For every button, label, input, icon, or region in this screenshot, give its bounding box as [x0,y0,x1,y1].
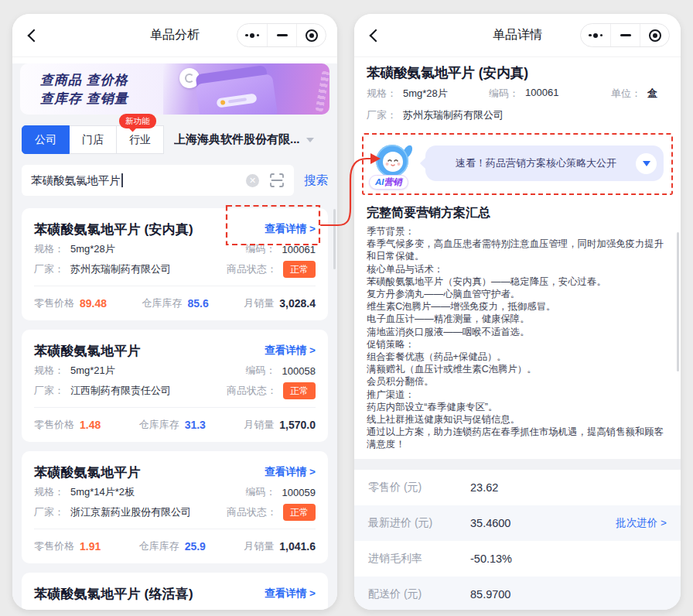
product-name: 苯磺酸氨氯地平片 (安内真) [367,63,668,84]
minus-icon [277,34,288,36]
record-icon [649,29,661,42]
unit-value: 盒 [647,87,657,101]
chevron-down-icon [643,161,650,166]
spec-value: 5mg*28片 [70,242,115,256]
ellipsis-icon [589,33,603,38]
left-screen: 单品分析 查商品 查价格 查库存 查销量 公司 门店 行业 新功能 [12,14,337,610]
scrollbar[interactable] [677,232,679,371]
back-icon[interactable] [365,26,385,46]
view-detail-link[interactable]: 查看详情 > [265,587,316,601]
tab-industry[interactable]: 行业 [116,125,164,154]
record-icon [306,29,318,42]
price-metrics-table: 零售价 (元) 23.62 最新进价 (元) 35.4600 批次进价 > 进销… [354,470,681,610]
ai-mascot: AI营销 [371,140,419,187]
mini-program-capsule [237,23,326,47]
metric-value: 35.4600 [470,517,510,529]
marketing-plan: 完整简要营销方案汇总 季节背景： 春季气候多变，高血压患者需特别注意血压管理，同… [354,195,681,451]
product-name: 苯磺酸氨氯地平片 (络活喜) [34,585,193,603]
code-value: 100061 [282,244,316,255]
code-value: 100061 [525,87,558,101]
scope-tabs: 公司 门店 行业 新功能 上海海典软件股份有限... [12,125,337,154]
spec-value: 5mg*21片 [70,364,115,378]
product-header: 苯磺酸氨氯地平片 (安内真) 规格：5mg*28片 编码：100061 单位：盒… [354,57,681,125]
metric-value: -50.13% [470,553,512,565]
code-value: 100059 [282,487,316,498]
view-detail-link[interactable]: 查看详情 > [265,222,316,236]
ai-suggestion-bubble[interactable]: 速看！药品营销方案核心策略大公开 [425,145,664,181]
mini-program-capsule [580,23,670,47]
company-selector[interactable]: 上海海典软件股份有限... [174,132,328,147]
product-name: 苯磺酸氨氯地平片 [34,464,141,481]
stock-value: 85.6 [188,297,209,310]
tab-store[interactable]: 门店 [69,125,117,154]
minus-icon [620,34,631,36]
metric-row: 配送价 (元) 85.9700 [354,577,681,610]
back-icon[interactable] [23,26,43,46]
status-badge: 正常 [283,504,316,521]
search-button[interactable]: 搜索 [304,173,328,189]
tab-company[interactable]: 公司 [22,125,70,154]
promo-banner: 查商品 查价格 查库存 查销量 [20,63,329,115]
scan-icon[interactable] [269,173,285,188]
stock-value: 25.9 [185,540,206,553]
close-record-button[interactable] [296,24,326,46]
status-badge: 正常 [283,382,316,399]
search-row: 苯磺酸氨氯地平片 ✕ 搜索 [22,165,328,196]
product-card: 苯磺酸氨氯地平片 (安内真) 查看详情 > 规格：5mg*28片 编码：1000… [22,208,328,320]
more-menu-button[interactable] [581,24,610,46]
minimize-button[interactable] [267,24,296,46]
stock-value: 31.3 [185,419,206,431]
view-detail-link[interactable]: 查看详情 > [265,344,316,358]
ai-marketing-banner: AI营销 速看！药品营销方案核心策略大公开 [362,133,673,195]
monthly-sales-value: 1,570.0 [279,419,316,431]
right-screen: 单品详情 苯磺酸氨氯地平片 (安内真) 规格：5mg*28片 编码：100061… [354,14,681,610]
view-detail-link[interactable]: 查看详情 > [265,465,316,479]
chevron-down-icon [306,138,314,142]
search-value: 苯磺酸氨氯地平片 [31,173,121,188]
new-feature-badge: 新功能 [119,114,156,128]
retail-price-value: 1.48 [80,419,101,431]
spec-value: 5mg*14片*2板 [70,485,135,499]
manufacturer-value: 江西制药有限责任公司 [70,384,171,398]
plan-title: 完整简要营销方案汇总 [367,205,668,221]
metric-value: 85.9700 [470,588,510,601]
expand-button[interactable] [636,153,657,174]
clear-icon[interactable]: ✕ [246,174,259,187]
right-navbar: 单品详情 [354,14,681,57]
search-input[interactable]: 苯磺酸氨氯地平片 ✕ [22,165,294,196]
product-card: 苯磺酸氨氯地平片 (络活喜) 查看详情 > [22,573,328,610]
spec-value: 5mg*28片 [403,87,448,101]
plan-body: 季节背景： 春季气候多变，高血压患者需特别注意血压管理，同时加强免疫力提升和日常… [367,225,668,451]
company-name: 上海海典软件股份有限... [174,132,300,147]
minimize-button[interactable] [610,24,640,46]
product-name: 苯磺酸氨氯地平片 (安内真) [34,221,193,238]
manufacturer-value: 苏州东瑞制药有限公司 [403,108,504,122]
monthly-sales-value: 1,041.6 [279,540,316,553]
banner-slogan: 查商品 查价格 查库存 查销量 [20,63,329,108]
monthly-sales-value: 3,028.4 [279,297,316,310]
close-record-button[interactable] [640,24,669,46]
ellipsis-icon [245,33,259,38]
more-menu-button[interactable] [237,24,267,46]
text-cursor [121,173,123,187]
product-name: 苯磺酸氨氯地平片 [34,342,141,360]
code-value: 100058 [282,365,316,377]
scrollbar[interactable] [333,209,336,269]
left-content: 查商品 查价格 查库存 查销量 公司 门店 行业 新功能 上海海典软件股份有限.… [12,63,337,610]
manufacturer-value: 苏州东瑞制药有限公司 [70,262,171,276]
metric-value: 23.62 [470,481,498,494]
left-navbar: 单品分析 [12,14,337,57]
metric-row: 最新进价 (元) 35.4600 批次进价 > [354,505,681,541]
ai-marketing-badge: AI营销 [369,175,408,190]
status-badge: 正常 [283,261,316,278]
retail-price-value: 89.48 [80,297,107,310]
manufacturer-value: 浙江京新药业股份有限公司 [70,505,191,519]
product-list: 苯磺酸氨氯地平片 (安内真) 查看详情 > 规格：5mg*28片 编码：1000… [22,208,328,610]
product-card: 苯磺酸氨氯地平片 查看详情 > 规格：5mg*21片 编码：100058 厂家：… [22,330,328,442]
batch-price-link[interactable]: 批次进价 > [616,516,667,530]
metric-row: 零售价 (元) 23.62 [354,470,681,505]
product-card: 苯磺酸氨氯地平片 查看详情 > 规格：5mg*14片*2板 编码：100059 … [22,451,328,563]
ai-bubble-text: 速看！药品营销方案核心策略大公开 [436,156,636,170]
retail-price-value: 1.91 [80,540,101,553]
metric-row: 进销毛利率 -50.13% [354,541,681,577]
